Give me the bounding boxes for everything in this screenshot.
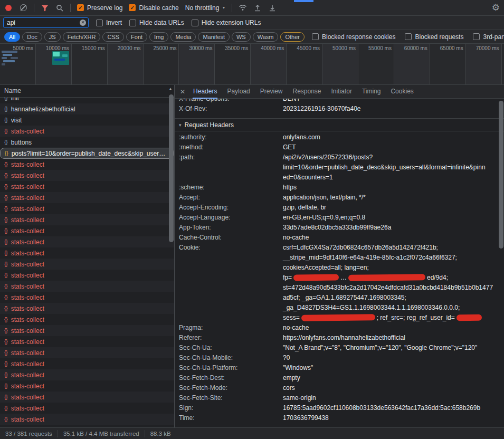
import-har-button[interactable]	[253, 4, 262, 12]
header-row: Accept-Language:en-GB,en-US;q=0.9,en;q=0…	[179, 213, 504, 223]
request-row[interactable]: {}stats-collect	[0, 392, 174, 403]
network-conditions-button[interactable]	[239, 4, 247, 12]
request-row[interactable]: {}stats-collect	[0, 214, 174, 225]
tab-cookies[interactable]: Cookies	[390, 85, 414, 99]
request-row[interactable]: {}visit	[0, 114, 174, 126]
filter-toggle-button[interactable]	[41, 4, 49, 12]
checkbox-label: Blocked response cookies	[322, 33, 395, 41]
header-name: Sec-Ch-Ua-Platform:	[179, 363, 283, 373]
request-row[interactable]: {}stats-collect	[0, 126, 174, 137]
name-column-header[interactable]: Name	[0, 85, 174, 98]
header-value: DENY	[283, 99, 494, 104]
scrollbar-thumb[interactable]	[169, 94, 174, 242]
checkbox-3rd-party-requests[interactable]: 3rd-party requests	[473, 33, 504, 41]
filter-chip-img[interactable]: Img	[149, 32, 168, 42]
checkbox-blocked-response-cookies[interactable]: Blocked response cookies	[312, 33, 395, 41]
request-row[interactable]: {}stats-collect	[0, 358, 174, 369]
invert-checkbox[interactable]: Invert	[96, 19, 122, 26]
record-button[interactable]	[4, 4, 13, 12]
network-overview-timeline[interactable]: 5000 ms10000 ms15000 ms20000 ms25000 ms3…	[0, 44, 504, 85]
tab-initiator[interactable]: Initiator	[331, 85, 353, 99]
request-row[interactable]: {}stats-collect	[0, 259, 174, 270]
request-row[interactable]: {}stats-collect	[0, 369, 174, 380]
clear-input-icon[interactable]: ✕	[80, 20, 86, 26]
request-row[interactable]: {}buttons	[0, 137, 174, 148]
timeline-column: 15000 ms	[72, 44, 108, 84]
type-filter-bar: AllDocJSFetch/XHRCSSFontImgMediaManifest…	[0, 30, 504, 44]
request-row[interactable]: {}hannahelizabethofficial	[0, 103, 174, 114]
request-row[interactable]: {}stats-collect	[0, 270, 174, 281]
request-name: posts?limit=10&order=publish_date_desc&s…	[12, 150, 166, 157]
hide-data-urls-checkbox[interactable]: Hide data URLs	[129, 19, 184, 26]
header-value-line: limit=10&order=publish_date_desc&skip_us…	[283, 163, 494, 173]
request-row[interactable]: {}stats-collect	[0, 336, 174, 347]
request-headers-section-toggle[interactable]: ▾ Request Headers	[175, 118, 504, 131]
close-icon[interactable]: ✕	[180, 88, 185, 96]
tab-payload[interactable]: Payload	[226, 85, 250, 99]
filter-chip-wasm[interactable]: Wasm	[253, 32, 279, 42]
request-row[interactable]: {}stats-collect	[0, 325, 174, 336]
request-name: stats-collect	[11, 383, 44, 390]
request-row[interactable]: {}stats-collect	[0, 403, 174, 414]
filter-chip-font[interactable]: Font	[126, 32, 147, 42]
hide-extension-urls-checkbox[interactable]: Hide extension URLs	[192, 19, 261, 26]
request-row[interactable]: {}stats-collect	[0, 380, 174, 392]
tab-timing[interactable]: Timing	[362, 85, 382, 99]
request-row[interactable]: {}stats-collect	[0, 247, 174, 259]
request-row[interactable]: {}init	[0, 98, 174, 103]
clear-network-log-button[interactable]	[19, 4, 27, 12]
filter-input[interactable]	[3, 17, 89, 28]
json-braces-icon: {}	[4, 416, 8, 422]
filter-chip-manifest[interactable]: Manifest	[198, 32, 230, 42]
network-main: Name {}init{}hannahelizabethofficial{}vi…	[0, 85, 504, 427]
export-har-button[interactable]	[268, 4, 277, 12]
request-row[interactable]: {}stats-collect	[0, 192, 174, 203]
tab-headers[interactable]: Headers	[193, 85, 217, 99]
request-row[interactable]: {}stats-collect	[0, 281, 174, 292]
request-row[interactable]: {}stats-collect	[0, 170, 174, 181]
filter-chip-css[interactable]: CSS	[102, 32, 124, 42]
filter-chip-all[interactable]: All	[4, 32, 20, 42]
checkbox-blocked-requests[interactable]: Blocked requests	[405, 33, 463, 41]
request-row[interactable]: {}stats-collect	[0, 292, 174, 303]
json-braces-icon: {}	[4, 372, 8, 378]
filter-chip-doc[interactable]: Doc	[22, 32, 42, 42]
request-row[interactable]: {}stats-collect	[0, 314, 174, 325]
request-row[interactable]: {}stats-collect	[0, 414, 174, 425]
transferred-size: 35.1 kB / 4.4 MB transferred	[58, 431, 145, 437]
preserve-log-checkbox[interactable]: ✓ Preserve log	[77, 4, 122, 12]
request-name: stats-collect	[11, 327, 44, 335]
response-headers-tail: X-Frame-Options:DENYX-Of-Rev:20231226191…	[179, 99, 504, 114]
request-row[interactable]: {}stats-collect	[0, 303, 174, 314]
filter-chip-media[interactable]: Media	[170, 32, 196, 42]
checkmark-icon: ✓	[78, 5, 82, 11]
filter-chip-fetch-xhr[interactable]: Fetch/XHR	[63, 32, 101, 42]
scrollbar-thumb[interactable]	[499, 101, 503, 249]
header-name: Cookie:	[179, 243, 283, 323]
settings-button[interactable]: ⚙	[492, 3, 500, 12]
throttling-select[interactable]: No throttling ▼	[185, 4, 226, 12]
request-row[interactable]: {}stats-collect	[0, 181, 174, 192]
filter-chip-js[interactable]: JS	[44, 32, 61, 42]
waterfall-bar	[11, 57, 18, 59]
json-braces-icon: {}	[4, 383, 8, 389]
filter-chip-other[interactable]: Other	[280, 32, 305, 42]
header-name: Accept:	[179, 193, 283, 203]
search-button[interactable]	[55, 4, 64, 12]
request-row[interactable]: {}stats-collect	[0, 203, 174, 214]
header-value: "Not_A Brand";v="8", "Chromium";v="120",…	[283, 343, 494, 353]
filter-chip-ws[interactable]: WS	[232, 32, 251, 42]
request-row[interactable]: {}stats-collect	[0, 236, 174, 247]
disable-cache-checkbox[interactable]: ✓ Disable cache	[129, 4, 178, 12]
scrollbar-up-arrow[interactable]: ▲	[168, 87, 173, 91]
resources-size: 88.3 kB	[145, 431, 176, 437]
request-name: stats-collect	[11, 183, 44, 190]
header-value: application/json, text/plain, */*	[283, 193, 494, 203]
request-row[interactable]: {}stats-collect	[0, 159, 174, 170]
tab-response[interactable]: Response	[292, 85, 321, 99]
tab-preview[interactable]: Preview	[260, 85, 283, 99]
status-bar: 33 / 381 requests 35.1 kB / 4.4 MB trans…	[0, 427, 504, 439]
request-row[interactable]: {}stats-collect	[0, 225, 174, 236]
request-row[interactable]: {}stats-collect	[0, 347, 174, 358]
request-row[interactable]: {}posts?limit=10&order=publish_date_desc…	[0, 148, 174, 159]
